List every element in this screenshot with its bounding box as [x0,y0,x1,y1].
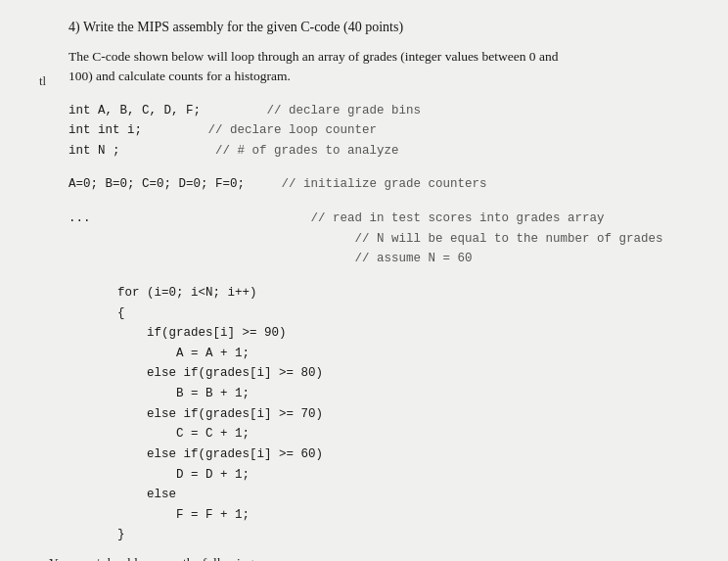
code-if-90: if(grades[i] >= 90) [117,326,287,340]
intro-text: The C-code shown below will loop through… [68,47,699,87]
code-n-line: int N ; // # of grades to analyze [68,144,399,158]
code-a-line: A = A + 1; [117,347,250,360]
left-label: tl [39,73,46,89]
code-init-block: A=0; B=0; C=0; D=0; F=0; // initialize g… [68,174,699,195]
comment-read: // read in test scores into grades array [311,211,605,225]
code-f-line: F = F + 1; [117,508,250,522]
code-brace-open: { [117,306,125,320]
code-c-line: C = C + 1; [117,427,250,441]
code-d-line: D = D + 1; [117,468,250,482]
assumptions-title: You can / should assume the following: [49,555,699,561]
code-brace-close: } [117,528,125,541]
code-for-line: for (i=0; i<N; i++) [117,286,257,300]
code-dots: ... [68,211,91,225]
code-int-line: int int i; // declare loop counter [68,123,377,137]
code-else-line: else [117,488,176,501]
code-else-70: else if(grades[i] >= 70) [117,407,323,421]
question-header: 4) Write the MIPS assembly for the given… [68,20,699,35]
comment-assume: // assume N = 60 [355,252,473,265]
code-declarations: int A, B, C, D, F; // declare grade bins… [68,101,699,162]
comment-n-equal: // N will be equal to the number of grad… [355,232,663,246]
code-vars: int A, B, C, D, F; // declare grade bins [68,104,421,117]
intro-line-1: The C-code shown below will loop through… [68,49,558,64]
code-else-60: else if(grades[i] >= 60) [117,447,323,461]
page-wrapper: tl 4) Write the MIPS assembly for the gi… [39,20,699,561]
assumptions-section: You can / should assume the following: -… [49,555,699,561]
code-init-line: A=0; B=0; C=0; D=0; F=0; // initialize g… [68,177,487,191]
code-for-block: for (i=0; i<N; i++) { if(grades[i] >= 90… [117,283,699,545]
code-else-80: else if(grades[i] >= 80) [117,366,323,380]
intro-line-2: 100) and calculate counts for a histogra… [68,69,291,83]
code-b-line: B = B + 1; [117,387,250,400]
code-dots-block: ... // read in test scores into grades a… [68,209,699,269]
